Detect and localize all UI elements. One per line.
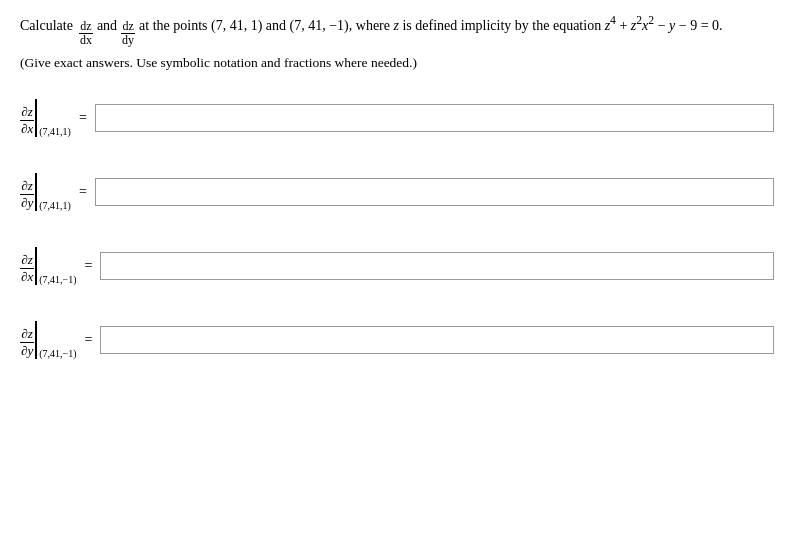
input-row-dzdx-2: ∂z ∂x (7,41,−1) = [20,247,774,285]
equals-4: = [85,332,93,348]
header-text: at the points (7, 41, 1) and (7, 41, −1)… [139,12,722,37]
eval-bar-3 [35,247,37,285]
partial-frac-dzdx-1: ∂z ∂x [20,104,34,137]
partial-frac-dzdy-1: ∂z ∂y [20,178,34,211]
input-row-dzdx-1: ∂z ∂x (7,41,1) = [20,99,774,137]
subscript-point-4: (7,41,−1) [39,348,76,359]
problem-statement: Calculate dz dx and dz dy at the points … [20,12,774,47]
partial-bot-dy-1: ∂y [20,195,34,211]
frac-dzdy-header: dz dy [121,20,135,47]
equals-2: = [79,184,87,200]
partial-bot-dx-2: ∂x [20,269,34,285]
partial-dzdy-eval-1: ∂z ∂y (7,41,1) [20,173,71,211]
partial-top-dz-3: ∂z [20,252,34,269]
input-row-dzdy-2: ∂z ∂y (7,41,−1) = [20,321,774,359]
partial-top-dz-1: ∂z [20,104,34,121]
answer-input-dzdy-1[interactable] [95,178,774,206]
and-label: and [97,15,117,37]
partial-top-dz-4: ∂z [20,326,34,343]
subscript-point-3: (7,41,−1) [39,274,76,285]
subscript-point-2: (7,41,1) [39,200,71,211]
partial-dzdx-eval-1: ∂z ∂x (7,41,1) [20,99,71,137]
equals-1: = [79,110,87,126]
input-row-dzdy-1: ∂z ∂y (7,41,1) = [20,173,774,211]
eval-bar-2 [35,173,37,211]
answer-input-dzdx-2[interactable] [100,252,774,280]
eval-bar-1 [35,99,37,137]
partial-top-dz-2: ∂z [20,178,34,195]
partial-bot-dx-1: ∂x [20,121,34,137]
partial-dzdx-eval-2: ∂z ∂x (7,41,−1) [20,247,77,285]
partial-frac-dzdy-2: ∂z ∂y [20,326,34,359]
calculate-label: Calculate [20,15,73,37]
eval-bar-4 [35,321,37,359]
partial-frac-dzdx-2: ∂z ∂x [20,252,34,285]
frac-dzdx-header: dz dx [79,20,93,47]
answer-input-dzdx-1[interactable] [95,104,774,132]
instruction-text: (Give exact answers. Use symbolic notati… [20,55,774,71]
subscript-point-1: (7,41,1) [39,126,71,137]
partial-dzdy-eval-2: ∂z ∂y (7,41,−1) [20,321,77,359]
answer-input-dzdy-2[interactable] [100,326,774,354]
partial-bot-dy-2: ∂y [20,343,34,359]
equals-3: = [85,258,93,274]
